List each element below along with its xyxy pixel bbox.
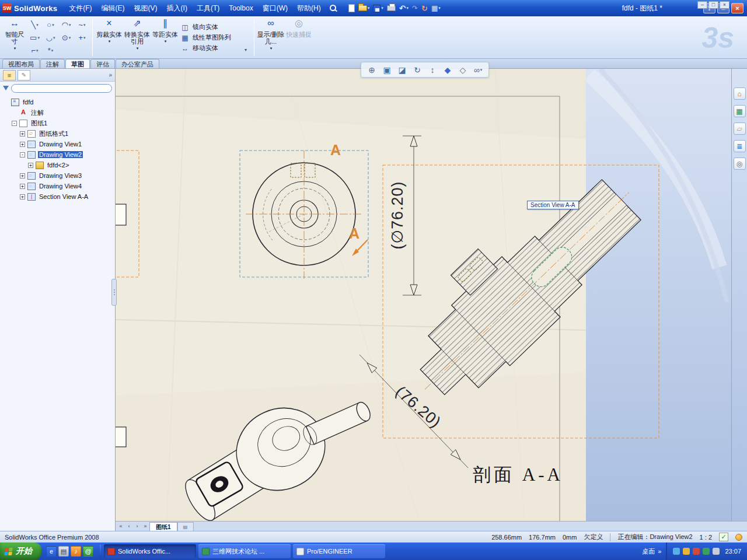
new-document-icon[interactable] <box>348 4 355 13</box>
print-icon[interactable] <box>386 5 396 12</box>
tree-item[interactable]: + Drawing View4 <box>1 181 114 191</box>
doc-minimize-button[interactable] <box>697 1 707 9</box>
show-desktop-icon[interactable]: ▤ <box>58 546 69 556</box>
layers-icon[interactable]: ≣ <box>734 140 746 152</box>
display-delete-relations-button[interactable]: ∞ 显示/删除几... <box>257 18 285 57</box>
menu-item[interactable]: 编辑(E) <box>97 2 130 15</box>
section-view-label[interactable]: 剖面 A-A <box>473 464 563 485</box>
last-sheet-icon[interactable]: » <box>141 523 149 531</box>
desktop-chevron-icon[interactable] <box>658 548 661 555</box>
sheet-tab[interactable]: 图纸1 <box>149 522 177 531</box>
rectangle-tool-icon[interactable]: ▭ <box>27 32 43 44</box>
offset-entities-button[interactable]: ∥ 等距实体 <box>151 18 179 57</box>
fillet-tool-icon[interactable]: ⌐ <box>27 44 43 57</box>
tree-expand-toggle[interactable]: + <box>20 194 25 200</box>
filter-input[interactable] <box>11 84 112 93</box>
zoom-fit-icon[interactable]: ⊕ <box>365 64 379 76</box>
prev-sheet-icon[interactable]: ‹ <box>125 523 133 531</box>
tree-expand-toggle[interactable]: + <box>20 173 25 178</box>
tree-item[interactable]: fdfd <box>1 97 114 107</box>
bulb-icon[interactable]: ◎ <box>734 158 746 170</box>
sketch-text-tool-icon[interactable]: * <box>43 44 58 57</box>
rebuild-icon[interactable] <box>421 4 428 13</box>
panels-icon[interactable]: ▦ <box>734 105 746 117</box>
menu-item[interactable]: Toolbox <box>224 3 257 13</box>
tree-item[interactable]: + fdfd<2> <box>1 160 114 170</box>
home-icon[interactable]: ⌂ <box>734 88 746 100</box>
tree-item[interactable]: - Drawing View2 <box>1 149 114 160</box>
taskbar-window-button[interactable]: 三维网技术论坛 ... <box>198 544 291 558</box>
rotate-view-icon[interactable]: ↻ <box>410 64 424 76</box>
next-sheet-icon[interactable]: › <box>133 523 141 531</box>
ellipse-tool-icon[interactable]: ⊙ <box>58 32 74 44</box>
display-style-icon[interactable]: ◇ <box>456 64 470 76</box>
tree-expand-toggle[interactable]: + <box>20 184 25 189</box>
point-tool-icon[interactable]: + <box>74 32 90 44</box>
commandmanager-tab[interactable]: 评估 <box>90 59 115 68</box>
first-sheet-icon[interactable]: « <box>117 523 125 531</box>
redo-icon[interactable] <box>411 4 418 13</box>
commandmanager-tab[interactable]: 办公室产品 <box>116 59 159 68</box>
view-orientation-icon[interactable]: ◆ <box>441 64 455 76</box>
rebuild-check-icon[interactable] <box>719 533 728 541</box>
tray-icon[interactable] <box>693 548 700 555</box>
tree-expand-toggle[interactable]: + <box>28 163 33 168</box>
search-icon[interactable] <box>329 4 337 12</box>
flyout-arrow-icon[interactable] <box>245 18 252 57</box>
options-icon[interactable] <box>431 4 441 13</box>
featuremanager-tree-tab[interactable] <box>3 70 16 80</box>
convert-entities-button[interactable]: ⇗ 转换实体引用 <box>123 18 151 57</box>
menu-item[interactable]: 文件(F) <box>64 2 96 15</box>
spline-tool-icon[interactable]: ~ <box>74 19 90 32</box>
tree-expand-toggle[interactable]: - <box>20 152 25 158</box>
start-button[interactable]: 开始 <box>0 542 41 560</box>
arc-tool-icon[interactable]: ◠ <box>58 19 74 32</box>
close-button[interactable] <box>731 3 743 13</box>
menu-item[interactable]: 工具(T) <box>192 2 224 15</box>
drawing-canvas[interactable]: A A (∅76.20) <box>116 69 731 521</box>
desktop-label[interactable]: 桌面 <box>642 547 655 556</box>
smart-dimension-button[interactable]: ↔ 智能尺寸 <box>2 18 27 57</box>
tree-item[interactable]: + 图纸格式1 <box>1 128 114 139</box>
taskbar-window-button[interactable]: SolidWorks Offic... <box>104 544 196 558</box>
diameter-dimension-text[interactable]: (∅76.20) <box>389 181 406 249</box>
tree-item[interactable]: - 图纸1 <box>1 118 114 128</box>
tree-expand-toggle[interactable]: - <box>12 121 17 126</box>
trim-entities-button[interactable]: × 剪裁实体 <box>95 18 123 57</box>
open-icon[interactable] <box>358 5 371 12</box>
tree-expand-toggle[interactable]: + <box>20 131 25 136</box>
tray-icon[interactable] <box>713 548 720 555</box>
slot-tool-icon[interactable]: ◡ <box>43 32 58 44</box>
tree-item[interactable]: + Section View A-A <box>1 191 114 202</box>
propertymanager-tab[interactable] <box>18 70 30 80</box>
zoom-area-icon[interactable]: ▣ <box>380 64 394 76</box>
commandmanager-tab[interactable]: 视图布局 <box>2 59 40 68</box>
line-tool-icon[interactable]: ╲ <box>27 19 43 32</box>
circle-tool-icon[interactable]: ○ <box>43 19 58 32</box>
undo-icon[interactable] <box>399 3 409 13</box>
menu-item[interactable]: 帮助(H) <box>292 2 326 15</box>
ie-icon[interactable]: e <box>46 546 57 556</box>
messenger-icon[interactable]: @ <box>83 546 93 556</box>
folder-icon[interactable]: ▱ <box>734 123 746 135</box>
tray-icon[interactable] <box>703 548 710 555</box>
section-view-tool-icon[interactable]: ◪ <box>395 64 409 76</box>
doc-close-button[interactable] <box>720 1 729 9</box>
panel-splitter-grip[interactable] <box>111 279 117 306</box>
mirror-entities-button[interactable]: ◫ 镜向实体 <box>180 23 245 32</box>
hide-show-items-icon[interactable]: ∞ <box>471 64 485 76</box>
pan-icon[interactable]: ↕ <box>425 64 439 76</box>
tree-item[interactable]: + Drawing View3 <box>1 170 114 181</box>
media-player-icon[interactable]: ♪ <box>71 546 81 556</box>
tree-expand-toggle[interactable]: + <box>20 142 25 147</box>
tree-item[interactable]: 注解 <box>1 107 114 118</box>
doc-restore-button[interactable] <box>708 1 718 9</box>
commandmanager-tab[interactable]: 草图 <box>65 59 90 68</box>
move-entities-button[interactable]: ↔ 移动实体 <box>180 44 245 52</box>
menu-item[interactable]: 窗口(W) <box>258 2 292 15</box>
menu-item[interactable]: 视图(V) <box>130 2 162 15</box>
tree-item[interactable]: + Drawing View1 <box>1 139 114 149</box>
save-icon[interactable] <box>372 4 384 13</box>
add-sheet-tab[interactable] <box>177 522 194 531</box>
menu-item[interactable]: 插入(I) <box>162 2 192 15</box>
